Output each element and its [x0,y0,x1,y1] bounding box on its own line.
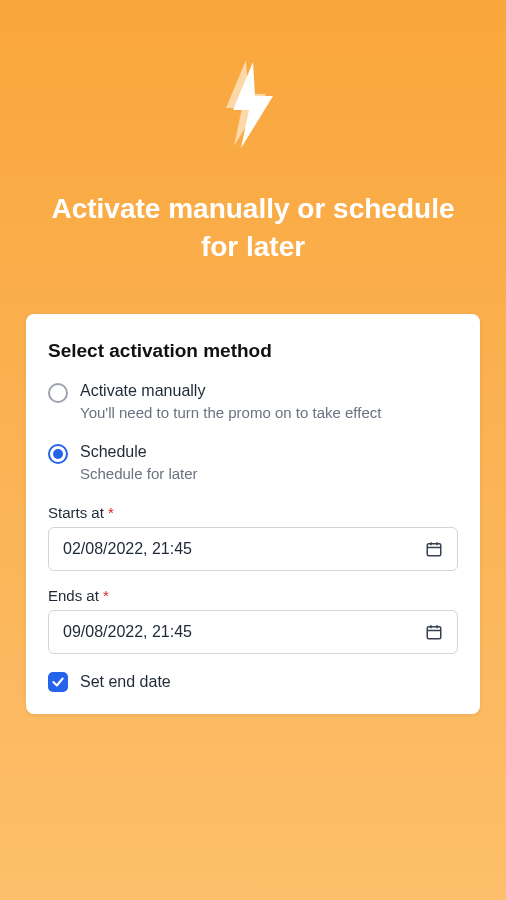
radio-desc: Schedule for later [80,465,458,482]
set-end-date-checkbox[interactable]: Set end date [48,672,458,692]
hero-title: Activate manually or schedule for later [0,190,506,266]
svg-rect-0 [427,543,441,555]
ends-at-value[interactable] [63,623,425,641]
required-asterisk: * [103,587,109,604]
checkbox-label: Set end date [80,673,171,691]
svg-rect-4 [427,626,441,638]
starts-at-value[interactable] [63,540,425,558]
field-label: Ends at * [48,587,458,604]
check-icon [51,675,65,689]
starts-at-input[interactable] [48,527,458,571]
radio-indicator-selected [48,444,68,464]
ends-at-field: Ends at * [48,587,458,654]
radio-schedule[interactable]: Schedule Schedule for later [48,443,458,482]
hero-section: Activate manually or schedule for later [0,0,506,314]
calendar-icon [425,540,443,558]
ends-at-input[interactable] [48,610,458,654]
checkbox-indicator [48,672,68,692]
radio-desc: You'll need to turn the promo on to take… [80,404,458,421]
calendar-icon [425,623,443,641]
radio-label: Activate manually [80,382,458,400]
field-label: Starts at * [48,504,458,521]
required-asterisk: * [108,504,114,521]
activation-card: Select activation method Activate manual… [26,314,480,714]
radio-text: Activate manually You'll need to turn th… [80,382,458,421]
starts-at-label-text: Starts at [48,504,104,521]
card-title: Select activation method [48,340,458,362]
lightning-bolt-icon [223,60,283,150]
radio-text: Schedule Schedule for later [80,443,458,482]
radio-activate-manually[interactable]: Activate manually You'll need to turn th… [48,382,458,421]
radio-indicator [48,383,68,403]
ends-at-label-text: Ends at [48,587,99,604]
radio-label: Schedule [80,443,458,461]
starts-at-field: Starts at * [48,504,458,571]
